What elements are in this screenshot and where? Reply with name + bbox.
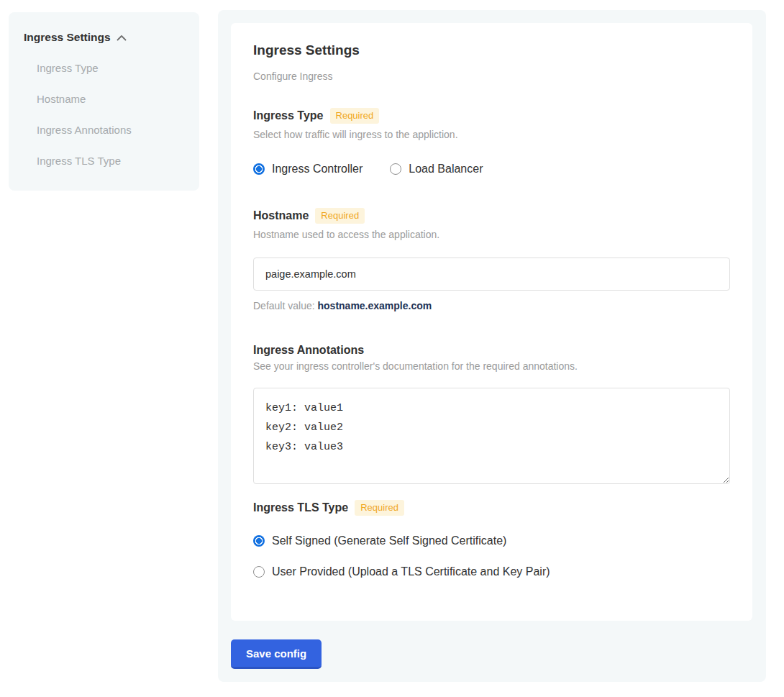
hostname-default-value-text: hostname.example.com (318, 300, 432, 311)
radio-unselected-icon[interactable] (390, 163, 401, 175)
ingress-tls-type-label: Ingress TLS Type (253, 501, 348, 514)
group-ingress-tls-type: Ingress TLS Type Required Self Signed (G… (253, 500, 730, 578)
radio-selected-icon[interactable] (253, 535, 265, 547)
ingress-annotations-textarea[interactable]: key1: value1 key2: value2 key3: value3 (253, 388, 730, 484)
page-subtitle: Configure Ingress (253, 70, 730, 82)
sidebar-item-ingress-annotations[interactable]: Ingress Annotations (37, 124, 185, 136)
config-card: Ingress Settings Configure Ingress Ingre… (231, 23, 752, 621)
ingress-type-label: Ingress Type (253, 109, 324, 122)
radio-load-balancer[interactable]: Load Balancer (390, 163, 483, 176)
radio-self-signed[interactable]: Self Signed (Generate Self Signed Certif… (253, 534, 730, 547)
ingress-type-radio-group: Ingress Controller Load Balancer (253, 163, 730, 176)
radio-unselected-icon[interactable] (253, 566, 265, 578)
ingress-annotations-help: See your ingress controller's documentat… (253, 360, 730, 372)
ingress-tls-type-radio-group: Self Signed (Generate Self Signed Certif… (253, 534, 730, 578)
hostname-help: Hostname used to access the application. (253, 229, 730, 240)
ingress-type-help: Select how traffic will ingress to the a… (253, 129, 730, 140)
required-badge: Required (315, 208, 365, 224)
sidebar-item-list: Ingress Type Hostname Ingress Annotation… (24, 62, 185, 167)
page-title: Ingress Settings (253, 42, 730, 58)
sidebar-item-ingress-tls-type[interactable]: Ingress TLS Type (37, 155, 185, 167)
group-ingress-annotations: Ingress Annotations See your ingress con… (253, 344, 730, 484)
config-main-panel: Ingress Settings Configure Ingress Ingre… (218, 10, 766, 682)
required-badge: Required (355, 500, 404, 516)
group-ingress-type: Ingress Type Required Select how traffic… (253, 108, 730, 176)
radio-selected-icon[interactable] (253, 163, 265, 175)
sidebar-item-ingress-type[interactable]: Ingress Type (37, 62, 185, 74)
sidebar-item-hostname[interactable]: Hostname (37, 93, 185, 105)
ingress-annotations-label: Ingress Annotations (253, 344, 364, 357)
hostname-label: Hostname (253, 209, 309, 222)
hostname-input[interactable] (253, 258, 730, 291)
group-hostname: Hostname Required Hostname used to acces… (253, 208, 730, 311)
hostname-default-value: Default value: hostname.example.com (253, 300, 730, 311)
radio-user-provided[interactable]: User Provided (Upload a TLS Certificate … (253, 565, 730, 578)
config-nav-sidebar: Ingress Settings Ingress Type Hostname I… (9, 12, 199, 191)
required-badge: Required (330, 108, 380, 124)
radio-ingress-controller[interactable]: Ingress Controller (253, 163, 363, 176)
sidebar-group-label: Ingress Settings (24, 31, 111, 44)
chevron-up-icon (117, 35, 127, 41)
save-config-button[interactable]: Save config (231, 639, 322, 669)
sidebar-group-ingress-settings[interactable]: Ingress Settings (24, 31, 185, 44)
